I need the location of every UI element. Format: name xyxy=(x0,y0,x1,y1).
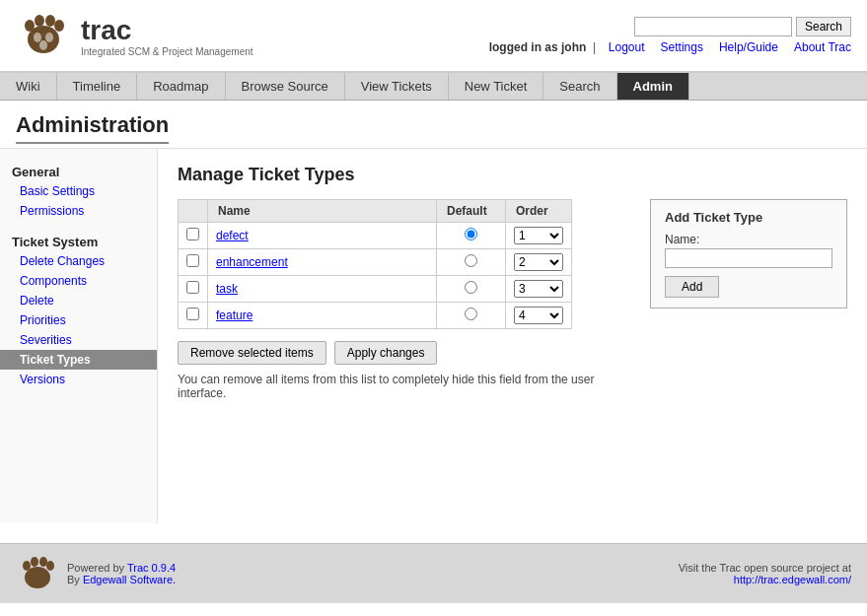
content-area: Manage Ticket Types Name Default Order d… xyxy=(158,149,867,523)
svg-point-12 xyxy=(46,561,54,571)
nav-item-admin[interactable]: Admin xyxy=(617,73,689,100)
footer: Powered by Trac 0.9.4 By Edgewall Softwa… xyxy=(0,543,867,603)
svg-point-10 xyxy=(31,557,38,567)
row-order-select-defect[interactable]: 1234 xyxy=(514,227,563,244)
svg-point-5 xyxy=(34,33,41,42)
row-name-link-enhancement[interactable]: enhancement xyxy=(216,255,288,269)
row-order-task: 1234 xyxy=(506,276,572,303)
row-default-enhancement xyxy=(437,249,506,276)
col-header-name: Name xyxy=(208,200,437,223)
col-header-default: Default xyxy=(437,200,506,223)
user-label: logged in as john xyxy=(489,40,587,54)
sidebar-item-components[interactable]: Components xyxy=(0,271,157,291)
footer-visit-text: Visit the Trac open source project at xyxy=(679,562,851,574)
sidebar-general-items: Basic SettingsPermissions xyxy=(0,181,157,221)
table-row: defect1234 xyxy=(179,223,572,249)
col-header-checkbox xyxy=(179,200,208,223)
user-links: logged in as john | Logout Settings Help… xyxy=(489,40,851,54)
svg-point-2 xyxy=(35,15,44,27)
sidebar-item-delete[interactable]: Delete xyxy=(0,291,157,310)
sidebar-item-severities[interactable]: Severities xyxy=(0,330,157,350)
page-title: Administration xyxy=(16,112,169,144)
main-layout: General Basic SettingsPermissions Ticket… xyxy=(0,149,867,523)
footer-edgewall-link[interactable]: Edgewall Software. xyxy=(83,574,176,585)
sidebar-ticket-items: Delete ChangesComponentsDeletePriorities… xyxy=(0,251,157,389)
search-bar: Search xyxy=(634,17,851,36)
row-name-defect: defect xyxy=(208,223,437,249)
search-input[interactable] xyxy=(634,17,792,36)
footer-trac-url[interactable]: http://trac.edgewall.com/ xyxy=(734,574,851,585)
add-box-add-button[interactable]: Add xyxy=(665,276,719,298)
ticket-rows: defect1234enhancement1234task1234feature… xyxy=(179,223,572,329)
header: trac Integrated SCM & Project Management… xyxy=(0,0,867,73)
row-name-link-task[interactable]: task xyxy=(216,282,238,296)
row-order-select-feature[interactable]: 1234 xyxy=(514,307,563,324)
row-checkbox-task[interactable] xyxy=(186,281,199,294)
help-link[interactable]: Help/Guide xyxy=(719,40,778,54)
row-name-feature: feature xyxy=(208,303,437,329)
svg-point-11 xyxy=(39,557,47,567)
row-default-radio-feature[interactable] xyxy=(465,308,477,320)
remove-selected-button[interactable]: Remove selected items xyxy=(178,341,326,365)
header-left: trac Integrated SCM & Project Management xyxy=(16,8,253,63)
app-subtitle: Integrated SCM & Project Management xyxy=(81,46,253,57)
header-right: Search logged in as john | Logout Settin… xyxy=(489,17,851,54)
note-text: You can remove all items from this list … xyxy=(178,373,630,400)
nav-item-search[interactable]: Search xyxy=(543,73,616,100)
footer-right: Visit the Trac open source project at ht… xyxy=(679,562,851,585)
footer-trac-version-link[interactable]: Trac 0.9.4 xyxy=(127,562,176,574)
row-default-feature xyxy=(437,303,506,329)
trac-logo-icon xyxy=(16,8,71,63)
svg-point-3 xyxy=(45,15,55,27)
footer-text: Powered by Trac 0.9.4 By Edgewall Softwa… xyxy=(67,562,176,585)
row-checkbox-enhancement[interactable] xyxy=(186,254,199,267)
sidebar-item-priorities[interactable]: Priorities xyxy=(0,310,157,330)
sidebar-group-ticket: Ticket System xyxy=(0,229,157,251)
ticket-types-table: Name Default Order defect1234enhancement… xyxy=(178,199,572,329)
row-default-defect xyxy=(437,223,506,249)
col-header-order: Order xyxy=(506,200,572,223)
logout-link[interactable]: Logout xyxy=(609,40,645,54)
svg-point-6 xyxy=(45,33,53,42)
row-name-link-feature[interactable]: feature xyxy=(216,308,253,322)
row-checkbox-feature[interactable] xyxy=(186,308,199,320)
sidebar: General Basic SettingsPermissions Ticket… xyxy=(0,149,158,523)
buttons-row: Remove selected items Apply changes xyxy=(178,341,630,365)
svg-point-1 xyxy=(25,20,35,32)
table-section: Name Default Order defect1234enhancement… xyxy=(178,199,630,400)
svg-point-4 xyxy=(54,20,64,32)
nav-item-timeline[interactable]: Timeline xyxy=(57,73,138,100)
nav-item-roadmap[interactable]: Roadmap xyxy=(137,73,225,100)
nav-item-view-tickets[interactable]: View Tickets xyxy=(345,73,449,100)
row-checkbox-defect[interactable] xyxy=(186,228,199,240)
table-row: feature1234 xyxy=(179,303,572,329)
about-link[interactable]: About Trac xyxy=(794,40,851,54)
row-name-link-defect[interactable]: defect xyxy=(216,229,249,242)
sidebar-item-basic-settings[interactable]: Basic Settings xyxy=(0,181,157,201)
settings-link[interactable]: Settings xyxy=(661,40,703,54)
nav-item-wiki[interactable]: Wiki xyxy=(0,73,57,100)
row-order-defect: 1234 xyxy=(506,223,572,249)
row-order-select-task[interactable]: 1234 xyxy=(514,280,563,298)
row-default-radio-defect[interactable] xyxy=(465,228,477,240)
row-default-radio-enhancement[interactable] xyxy=(465,254,477,267)
row-order-enhancement: 1234 xyxy=(506,249,572,276)
search-button[interactable]: Search xyxy=(796,17,851,36)
row-default-task xyxy=(437,276,506,303)
sidebar-item-delete-changes[interactable]: Delete Changes xyxy=(0,251,157,271)
page-title-bar: Administration xyxy=(0,101,867,149)
row-order-feature: 1234 xyxy=(506,303,572,329)
row-default-radio-task[interactable] xyxy=(465,281,477,294)
sidebar-item-permissions[interactable]: Permissions xyxy=(0,201,157,221)
row-order-select-enhancement[interactable]: 1234 xyxy=(514,253,563,271)
nav-item-browse-source[interactable]: Browse Source xyxy=(226,73,345,100)
table-row: task1234 xyxy=(179,276,572,303)
sidebar-group-general: General xyxy=(0,159,157,181)
table-row: enhancement1234 xyxy=(179,249,572,276)
add-box-name-input[interactable] xyxy=(665,248,832,268)
apply-changes-button[interactable]: Apply changes xyxy=(334,341,438,365)
footer-by-label: By xyxy=(67,574,83,585)
nav-item-new-ticket[interactable]: New Ticket xyxy=(449,73,544,100)
sidebar-item-versions[interactable]: Versions xyxy=(0,370,157,389)
sidebar-item-ticket-types[interactable]: Ticket Types xyxy=(0,350,157,370)
